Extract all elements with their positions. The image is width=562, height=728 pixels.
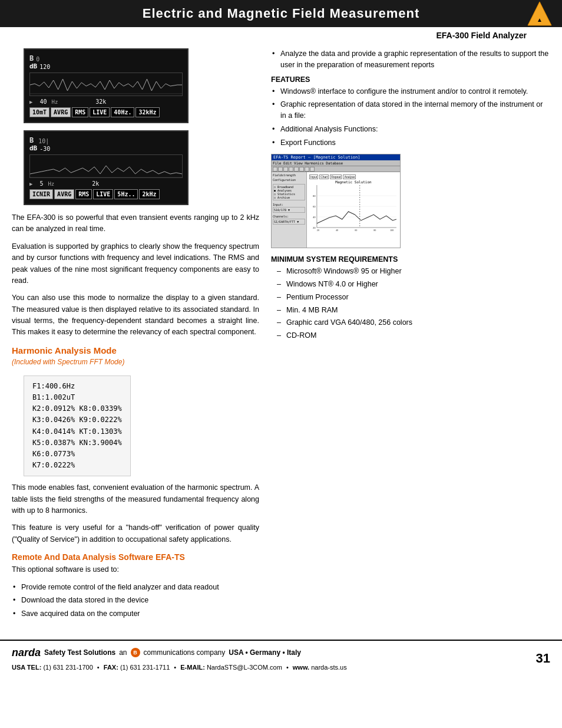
footer-fax: (1) 631 231-1711 [120, 664, 170, 671]
features-bullet-0: Windows® interface to configure the inst… [271, 86, 550, 97]
page-header: Electric and Magnetic Field Measurement … [0, 0, 562, 27]
harmonic-line5: K4:0.0414% KT:0.1303% [32, 426, 122, 437]
remote-bullets: Provide remote control of the field anal… [12, 582, 259, 620]
footer-suffix: communications company [144, 647, 226, 658]
svg-text:40: 40 [336, 229, 338, 232]
min-sys-item-0: Microsoft® Windows® 95 or Higher [277, 266, 550, 277]
svg-text:40: 40 [313, 216, 316, 219]
display2-marker: 10| [38, 138, 49, 144]
display2-badge4: LIVE [93, 189, 113, 199]
min-sys-item-2: Pentium Processor [277, 292, 550, 303]
ss-chart-title: Magnetic Solution [309, 180, 398, 184]
features-heading: FEATURES [271, 75, 550, 84]
display1-freq-indicator: ▶ [29, 99, 32, 105]
min-sys-item-1: Windows NT® 4.0 or Higher [277, 279, 550, 290]
features-bullets: Windows® interface to configure the inst… [271, 86, 550, 149]
footer-brand: narda [12, 644, 41, 661]
display1-badges: 10mT AVRG RMS LIVE 40Hz. 32kHz [29, 107, 183, 117]
display2-yaxis: B [29, 136, 34, 144]
remote-heading: Remote And Data Analysis Software EFA-TS [12, 552, 259, 562]
features-bullet2-0: Additional Analysis Functions: [271, 124, 550, 135]
display1-badge3: RMS [72, 107, 88, 117]
svg-text:60: 60 [355, 229, 357, 232]
footer-locations: USA • Germany • Italy [229, 647, 301, 658]
display1-scale: 120 [39, 64, 50, 70]
harmonic-line6: K5:0.0387% KN:3.9004% [32, 437, 122, 449]
footer-email: NardaSTS@L-3COM.com [207, 664, 282, 671]
left-column: B 0 dB 120 ▶ 40 Hz 32k 10mT AVRG [12, 48, 259, 624]
footer-email-label: E-MAIL: [180, 664, 205, 671]
ss-menubar: File Edit View Harmonics Database [272, 160, 400, 166]
footer-tel-label: USA TEL: [12, 664, 41, 671]
svg-text:60: 60 [313, 205, 316, 208]
remote-text: This optional software is used to: [12, 564, 259, 575]
display1-badge2: AVRG [51, 107, 71, 117]
ss-left-panel: Fieldstrength Configuration ○ Broadband … [272, 172, 307, 248]
footer-middle: an [119, 647, 127, 658]
svg-text:20: 20 [313, 226, 316, 229]
ss-chart-area: Input Chart Repeat Analyse Magnetic Solu… [307, 172, 400, 248]
features-bullet3-0: Export Functions [271, 137, 550, 149]
display1-badge1: 10mT [29, 107, 49, 117]
right-bullet1-list: Analyze the data and provide a graphic r… [271, 48, 550, 71]
min-sys-item-4: Graphic card VGA 640/480, 256 colors [277, 317, 550, 328]
min-sys-heading: MINIMUM SYSTEM REQUIREMENTS [271, 255, 550, 263]
header-logo: ▲ [527, 1, 553, 27]
body-text-3: You can also use this mode to normalize … [12, 292, 259, 338]
subtitle: EFA-300 Field Analyzer [436, 31, 527, 40]
display2-badge2: AVRG [54, 189, 74, 199]
display2-badge6: 2kHz [139, 189, 159, 199]
harmonic-line2: B1:1.002uT [32, 392, 122, 403]
header-title: Electric and Magnetic Field Measurement [0, 6, 562, 21]
display1-freqlow: 40 [39, 98, 47, 105]
display1-graph [29, 73, 183, 96]
footer-web: narda-sts.us [311, 664, 347, 671]
display2-scale: -30 [39, 146, 50, 152]
svg-text:100: 100 [390, 229, 394, 232]
display1-zero: 0 [36, 56, 39, 62]
harmonic-line8: K7:0.0222% [32, 460, 122, 471]
body-text-1: The EFA-300 is so powerful that even tra… [12, 212, 259, 235]
display2-freqhigh: 2k [92, 180, 99, 187]
right-bullet1: Analyze the data and provide a graphic r… [271, 48, 550, 71]
page-footer: narda Safety Test Solutions an B communi… [0, 640, 562, 676]
right-column: Analyze the data and provide a graphic r… [271, 48, 550, 624]
main-content: B 0 dB 120 ▶ 40 Hz 32k 10mT AVRG [0, 42, 562, 630]
remote-bullet-0: Provide remote control of the field anal… [12, 582, 259, 593]
display1-unit: dB [29, 62, 37, 70]
sub-header: EFA-300 Field Analyzer [0, 27, 562, 42]
display2-frequnit: Hz [48, 181, 54, 187]
min-sys-item-3: Min. 4 MB RAM [277, 305, 550, 316]
harmonic-subheading: (Included with Spectrum FFT Mode) [12, 358, 259, 366]
body-text-2: Evaluation is supported by graphics to c… [12, 241, 259, 287]
harmonic-line4: K3:0.0426% K9:0.0222% [32, 414, 122, 426]
display2-freq-indicator: ▶ [29, 181, 32, 187]
footer-tel: (1) 631 231-1700 [43, 664, 92, 671]
harmonic-line3: K2:0.0912% K8:0.0339% [32, 403, 122, 414]
instrument-display-2: B 10| dB -30 ▶ 5 Hz 2k ICNIR AVR [24, 130, 189, 205]
display2-badge5: 5Hz.. [114, 189, 138, 199]
body-text-5: This feature is very useful for a "hands… [12, 522, 259, 545]
display2-badge3: RMS [75, 189, 92, 199]
ss-body: Fieldstrength Configuration ○ Broadband … [272, 172, 400, 248]
footer-web-label: www. [293, 664, 309, 671]
footer-page-number: 31 [536, 651, 550, 666]
svg-text:80: 80 [313, 195, 316, 197]
display2-badge1: ICNIR [29, 189, 53, 199]
ss-toolbar [272, 166, 400, 172]
min-sys-item-5: CD-ROM [277, 330, 550, 341]
footer-fax-label: FAX: [104, 664, 118, 671]
display1-yaxis: B [29, 54, 34, 62]
footer-brand-narda: narda [12, 647, 41, 658]
body-text-4: This mode enables fast, convenient evalu… [12, 482, 259, 516]
remote-bullet-1: Download the data stored in the device [12, 595, 259, 606]
display1-badge5: 40Hz. [111, 107, 134, 117]
display2-graph [29, 154, 183, 178]
display2-unit: dB [29, 144, 37, 152]
min-sys-list: Microsoft® Windows® 95 or Higher Windows… [277, 266, 550, 341]
svg-text:80: 80 [373, 229, 376, 232]
footer-left: narda Safety Test Solutions an B communi… [12, 644, 347, 673]
display2-freqlow: 5 [39, 180, 43, 187]
remote-bullet-2: Save acquired data on the computer [12, 608, 259, 620]
harmonic-heading: Harmonic Analysis Mode [12, 345, 259, 355]
